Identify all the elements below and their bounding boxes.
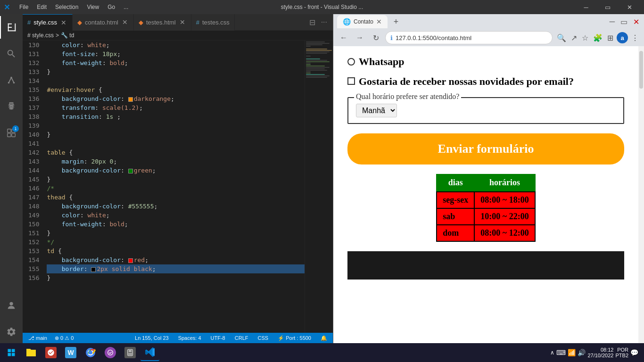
extensions-badge: 1 <box>12 125 19 132</box>
extensions-button[interactable]: 🧩 <box>592 32 604 44</box>
menu-selection[interactable]: Selection <box>51 2 82 12</box>
start-button[interactable] <box>2 344 21 361</box>
activity-explorer[interactable] <box>0 16 23 39</box>
html-file-icon: ◆ <box>77 19 82 26</box>
tab-testes-css[interactable]: # testes.css <box>191 14 235 31</box>
browser-tab-close[interactable]: ✕ <box>376 18 382 25</box>
menu-view[interactable]: View <box>83 2 103 12</box>
forward-button[interactable]: → <box>353 31 366 44</box>
breadcrumb-symbol[interactable]: 🔧 td <box>61 32 74 39</box>
refresh-button[interactable]: ↻ <box>369 31 382 44</box>
menu-edit[interactable]: Edit <box>33 2 50 12</box>
bookmark-button[interactable]: ☆ <box>580 32 590 44</box>
browser-scrollbar[interactable] <box>638 46 644 343</box>
activity-settings[interactable] <box>0 321 23 343</box>
svg-rect-17 <box>12 133 15 137</box>
browser-toolbar-right: 🔍 ↗ ☆ 🧩 ⊞ a ⋮ <box>555 32 640 44</box>
taskbar-notifications[interactable]: 💬 <box>630 349 638 356</box>
whatsapp-row: Whatsapp <box>347 56 624 68</box>
address-url: 127.0.0.1:5500/contato.html <box>396 34 547 41</box>
submit-button[interactable]: Enviar formulário <box>347 133 624 165</box>
email-checkbox[interactable] <box>347 77 355 85</box>
tab-close-icon[interactable]: ✕ <box>60 19 67 26</box>
browser-minimize[interactable]: ─ <box>609 16 616 27</box>
taskbar-up-arrow[interactable]: ∧ <box>550 349 554 356</box>
zoom-button[interactable]: 🔍 <box>555 32 568 44</box>
cursor-position[interactable]: Ln 155, Col 23 <box>133 335 171 341</box>
maximize-button[interactable]: ▭ <box>597 0 619 14</box>
breadcrumb: # style.css > 🔧 td <box>23 31 333 41</box>
address-bar[interactable]: ℹ 127.0.0.1:5500/contato.html <box>385 31 553 44</box>
scroll-thumb[interactable] <box>639 51 643 89</box>
tab-style-css[interactable]: # style.css ✕ <box>23 14 73 31</box>
footer-dark-area <box>347 251 624 280</box>
taskbar-keyboard[interactable]: ⌨ <box>556 349 566 356</box>
titlebar-left: ✕ File Edit Selection View Go ... <box>4 2 132 12</box>
indentation[interactable]: Spaces: 4 <box>176 335 203 341</box>
taskbar-app3[interactable]: W <box>61 344 80 361</box>
html-file-icon: ◆ <box>139 19 143 26</box>
activity-git[interactable] <box>0 69 23 91</box>
whatsapp-radio[interactable] <box>347 58 355 66</box>
taskbar-network[interactable]: 📶 <box>568 349 576 356</box>
editor-area: # style.css ✕ ◆ contato.html ✕ ◆ testes.… <box>23 14 333 343</box>
table-cell: dom <box>437 225 474 241</box>
tab-testes-html[interactable]: ◆ testes.html ✕ <box>134 14 191 31</box>
taskbar-vscode[interactable] <box>140 344 159 361</box>
eol[interactable]: CRLF <box>233 335 250 341</box>
activity-debug[interactable] <box>0 95 23 118</box>
tab-close-icon[interactable]: ✕ <box>179 18 186 26</box>
taskbar-app5[interactable] <box>101 344 120 361</box>
more-actions-btn[interactable]: ··· <box>319 17 329 27</box>
svg-rect-4 <box>8 27 12 28</box>
menu-more[interactable]: ... <box>120 2 132 12</box>
encoding[interactable]: UTF-8 <box>209 335 227 341</box>
browser-profile-avatar[interactable]: a <box>617 32 628 43</box>
taskbar-clock[interactable]: 08:12 27/10/2022 <box>587 347 613 358</box>
menu-file[interactable]: File <box>16 2 32 12</box>
horario-select[interactable]: ManhãTardeNoite <box>356 104 397 117</box>
browser-window: 🌐 Contato ✕ + ─ ▭ ✕ ← → ↻ ℹ 127.0.0.1:5 <box>333 14 644 343</box>
taskbar-explorer[interactable] <box>22 344 41 361</box>
svg-rect-2 <box>8 30 16 31</box>
activity-search[interactable] <box>0 42 23 65</box>
code-content[interactable]: color: white; font-size: 18px; font-weig… <box>43 41 305 333</box>
new-tab-button[interactable]: + <box>389 15 403 28</box>
svg-rect-16 <box>8 133 11 137</box>
close-button[interactable]: ✕ <box>619 0 640 14</box>
menu-go[interactable]: Go <box>104 2 119 12</box>
breadcrumb-file[interactable]: # style.css <box>27 32 54 39</box>
svg-rect-20 <box>12 349 15 353</box>
menu-button[interactable]: ⋮ <box>630 32 640 44</box>
browser-tab-label: Contato <box>354 18 373 25</box>
taskbar-right: ∧ ⌨ 📶 🔊 08:12 27/10/2022 POR PTB2 💬 <box>550 347 642 358</box>
tab-close-icon[interactable]: ✕ <box>121 18 129 26</box>
table-header-dias: dias <box>437 174 474 192</box>
taskbar-time: 08:12 <box>587 347 613 353</box>
git-branch[interactable]: ⎇ main <box>26 335 49 341</box>
tab-contato-html[interactable]: ◆ contato.html ✕ <box>73 14 134 31</box>
browser-close[interactable]: ✕ <box>632 16 640 27</box>
tab-label: testes.css <box>202 19 230 26</box>
settings-panel-button[interactable]: ⊞ <box>606 32 615 44</box>
split-editor-btn[interactable]: ⊟ <box>307 17 317 28</box>
taskbar-chrome[interactable] <box>81 344 100 361</box>
svg-point-30 <box>130 353 131 354</box>
taskbar-calculator[interactable] <box>121 344 140 361</box>
back-button[interactable]: ← <box>337 31 350 44</box>
activity-account[interactable] <box>0 294 23 317</box>
status-bar: ⎇ main ⊗ 0 ⚠ 0 Ln 155, Col 23 Spaces: 4 … <box>23 333 333 343</box>
language-mode[interactable]: CSS <box>256 335 270 341</box>
minimize-button[interactable]: ─ <box>575 0 597 14</box>
activity-extensions[interactable]: 1 <box>0 122 23 144</box>
share-button[interactable]: ↗ <box>570 32 578 44</box>
errors-count[interactable]: ⊗ 0 ⚠ 0 <box>53 335 75 341</box>
browser-restore[interactable]: ▭ <box>619 16 628 27</box>
taskbar-volume[interactable]: 🔊 <box>578 349 586 356</box>
live-server-port[interactable]: ⚡ Port : 5500 <box>276 335 313 341</box>
table-row: dom08:00 ~ 12:00 <box>437 225 535 241</box>
notifications-bell[interactable]: 🔔 <box>319 335 329 341</box>
taskbar-app2[interactable] <box>41 344 60 361</box>
svg-rect-14 <box>8 129 11 132</box>
browser-tab-contato[interactable]: 🌐 Contato ✕ <box>337 15 388 28</box>
